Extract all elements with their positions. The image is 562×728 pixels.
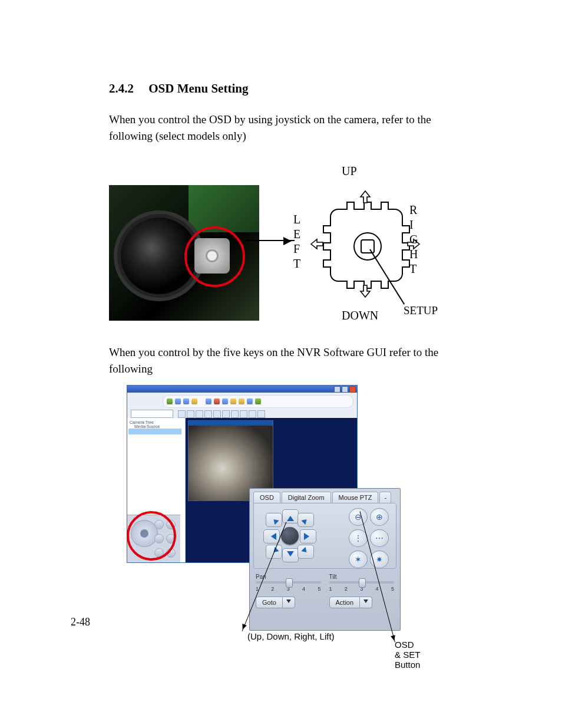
label-up: UP (342, 164, 357, 178)
label-setup: SETUP (404, 304, 438, 317)
zoom-out-button[interactable]: ⊖ (349, 508, 368, 526)
focus-far-button[interactable]: ⋯ (370, 529, 389, 547)
nvr-toolbar (163, 395, 353, 408)
window-titlebar (127, 386, 357, 393)
label-left: L E F T (293, 212, 302, 271)
highlight-ring-icon (184, 226, 245, 287)
layout-button[interactable] (222, 410, 230, 418)
ptz-upleft-button[interactable] (266, 513, 282, 527)
ptz-right-button[interactable] (300, 529, 316, 543)
goto-label: Goto (256, 597, 283, 608)
tab-digital-zoom[interactable]: Digital Zoom (282, 492, 331, 503)
toolbar-icon[interactable] (239, 398, 244, 404)
arrow-up-icon (359, 190, 371, 204)
toolbar-icon[interactable] (175, 398, 181, 404)
window-close-button[interactable] (349, 386, 356, 393)
label-right: R I G H T (409, 203, 418, 276)
callout-osd-set: OSD & SET Button (395, 640, 421, 670)
tab-extra[interactable]: - (379, 492, 391, 503)
toolbar-icon[interactable] (206, 398, 211, 404)
layout-button[interactable] (187, 410, 194, 418)
layout-button[interactable] (213, 410, 221, 418)
paragraph-1: When you control the OSD by using joysti… (109, 111, 457, 144)
toolbar-icon[interactable] (183, 398, 189, 404)
tick: 5 (391, 586, 394, 592)
layout-button[interactable] (231, 410, 239, 418)
ptz-upright-button[interactable] (297, 513, 314, 527)
layout-button[interactable] (240, 410, 247, 418)
section-number: 2.4.2 (109, 81, 146, 96)
toolbar-icon[interactable] (255, 398, 261, 404)
tick: 2 (271, 586, 274, 592)
callout-dpad: (Up, Down, Right, Lift) (247, 631, 335, 641)
tick: 1 (329, 586, 332, 592)
ptz-dpad (263, 509, 316, 562)
section-title: OSD Menu Setting (148, 81, 248, 95)
window-maximize-button[interactable] (342, 386, 348, 393)
iris-close-button[interactable]: ✶ (349, 551, 368, 568)
toolbar-icon[interactable] (167, 398, 173, 404)
arrow-left-icon (310, 238, 324, 250)
goto-dropdown[interactable]: Goto (256, 597, 321, 608)
action-label: Action (329, 597, 361, 608)
figure-nvr-gui: Camera Tree Media Source (127, 385, 421, 650)
tab-osd[interactable]: OSD (253, 492, 280, 503)
toolbar-icon[interactable] (214, 398, 220, 404)
label-down: DOWN (342, 309, 378, 322)
ptz-down-button[interactable] (282, 548, 299, 562)
chevron-down-icon (360, 597, 372, 608)
tick: 2 (345, 586, 348, 592)
chevron-down-icon (283, 597, 295, 608)
tilt-slider[interactable]: Tilt 1 2 3 4 5 (329, 574, 395, 592)
section-heading: 2.4.2 OSD Menu Setting (109, 81, 457, 96)
toolbar-icon[interactable] (222, 398, 228, 404)
layout-button[interactable] (178, 410, 186, 418)
toolbar-icon[interactable] (191, 398, 197, 404)
paragraph-2: When you control by the five keys on the… (109, 344, 457, 377)
layout-button[interactable] (257, 410, 265, 418)
arrow-down-icon (359, 284, 371, 298)
page-number: 2-48 (71, 616, 90, 628)
window-minimize-button[interactable] (334, 386, 340, 393)
ptz-center-button[interactable] (281, 527, 299, 545)
joystick-diagram (312, 191, 418, 315)
tab-mouse-ptz[interactable]: Mouse PTZ (332, 492, 379, 503)
callout-arrow-icon (244, 240, 295, 241)
layout-button[interactable] (196, 410, 203, 418)
tree-root: Camera Tree (130, 420, 183, 424)
toolbar-icon[interactable] (230, 398, 236, 404)
pan-slider[interactable]: Pan 1 2 3 4 5 (256, 574, 321, 592)
ptz-up-button[interactable] (282, 509, 299, 523)
highlight-ring-icon (127, 511, 176, 561)
camera-photo (109, 185, 259, 321)
tick: 5 (318, 586, 320, 592)
layout-button[interactable] (249, 410, 256, 418)
tick: 4 (376, 586, 379, 592)
ptz-downright-button[interactable] (297, 545, 314, 559)
tick: 4 (302, 586, 305, 592)
tree-item: Media Source (130, 424, 183, 429)
figure-joystick: UP DOWN SETUP L E F T R I G H T (109, 162, 457, 338)
source-dropdown[interactable] (131, 410, 173, 418)
toolbar-icon[interactable] (247, 398, 253, 404)
layout-button[interactable] (204, 410, 212, 418)
zoom-in-button[interactable]: ⊕ (370, 508, 389, 526)
ptz-panel: OSD Digital Zoom Mouse PTZ - (249, 488, 401, 631)
nvr-subtoolbar (131, 410, 353, 418)
